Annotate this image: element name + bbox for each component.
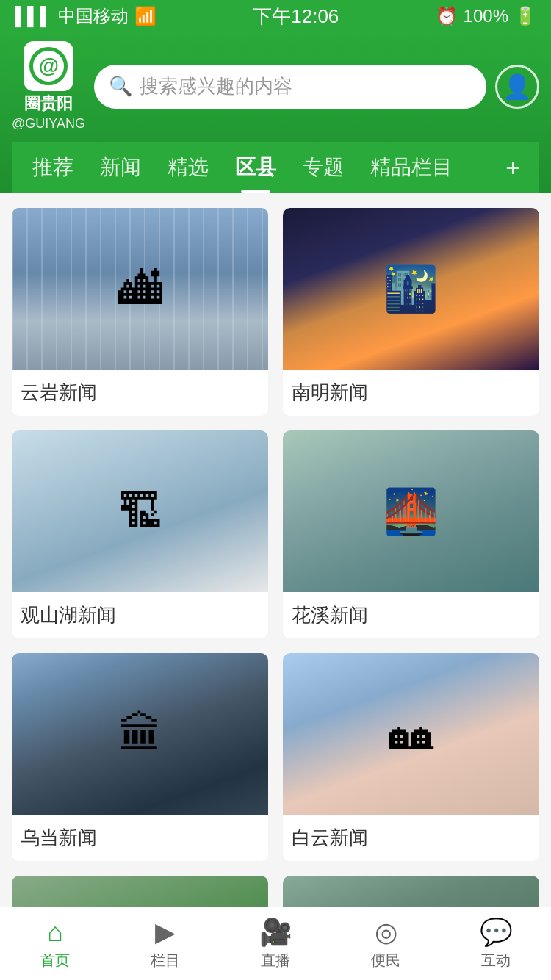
nav-item-column[interactable]: ▶ 栏目 [110,917,220,970]
card-label-baiyun: 白云新闻 [283,815,539,861]
content-area: 云岩新闻 南明新闻 观山湖新闻 花溪新闻 乌当新闻 [0,193,551,980]
nav-label-home: 首页 [40,951,70,970]
card-grid: 云岩新闻 南明新闻 观山湖新闻 花溪新闻 乌当新闻 [12,208,539,980]
battery-icon: 🔋 [514,6,536,26]
card-wudang[interactable]: 乌当新闻 [12,653,268,861]
wifi-icon: 📶 [134,6,156,26]
nav-item-home[interactable]: ⌂ 首页 [0,917,110,970]
card-yunyan[interactable]: 云岩新闻 [12,208,268,416]
card-image-baiyun [283,653,539,815]
nav-item-service[interactable]: ◎ 便民 [331,917,441,970]
battery-percent: 100% [464,6,508,26]
user-icon-symbol: 👤 [503,73,532,101]
nav-label-service: 便民 [371,951,400,970]
card-image-guanshan [12,430,268,592]
card-huaxi[interactable]: 花溪新闻 [283,430,539,638]
card-image-nanming [283,208,539,370]
search-bar[interactable]: 🔍 搜索感兴趣的内容 [94,65,486,109]
logo-at-symbol: @ [38,56,58,76]
card-label-nanming: 南明新闻 [283,370,539,416]
alarm-icon: ⏰ [436,6,458,26]
tab-add-button[interactable]: + [494,145,532,191]
bottom-nav: ⌂ 首页 ▶ 栏目 🎥 直播 ◎ 便民 💬 互动 [0,907,551,980]
card-image-huaxi [283,430,539,592]
card-nanming[interactable]: 南明新闻 [283,208,539,416]
service-icon: ◎ [375,917,397,948]
tab-featured[interactable]: 精选 [154,142,222,193]
tab-news[interactable]: 新闻 [87,142,154,193]
user-avatar-button[interactable]: 👤 [495,65,539,109]
signal-icon: ▌▌▌ [15,6,52,26]
card-guanshan[interactable]: 观山湖新闻 [12,430,268,638]
card-baiyun[interactable]: 白云新闻 [283,653,539,861]
status-bar: ▌▌▌ 中国移动 📶 下午12:06 ⏰ 100% 🔋 [0,0,551,32]
app-subtitle: @GUIYANG [12,116,85,131]
nav-item-interact[interactable]: 💬 互动 [441,917,551,970]
tab-quality[interactable]: 精品栏目 [357,142,466,193]
app-logo: @ [24,41,73,91]
card-label-guanshan: 观山湖新闻 [12,592,268,638]
interact-icon: 💬 [480,917,513,948]
card-image-yunyan [12,208,268,370]
tab-special[interactable]: 专题 [289,142,357,193]
nav-tabs: 推荐 新闻 精选 区县 专题 精品栏目 + [12,142,539,193]
home-icon: ⌂ [47,917,63,948]
search-placeholder-text: 搜索感兴趣的内容 [140,73,292,99]
header: @ 圈贵阳 @GUIYANG 🔍 搜索感兴趣的内容 👤 推荐 新闻 精选 区县 … [0,32,551,193]
card-label-wudang: 乌当新闻 [12,815,268,861]
nav-label-column: 栏目 [151,951,180,970]
status-left: ▌▌▌ 中国移动 📶 [15,4,156,28]
status-time: 下午12:06 [253,4,339,29]
nav-label-live: 直播 [261,951,290,970]
nav-item-live[interactable]: 🎥 直播 [220,917,331,970]
carrier-name: 中国移动 [58,4,129,28]
app-name: 圈贵阳 [24,93,73,115]
nav-label-interact: 互动 [481,951,511,970]
live-icon: 🎥 [259,917,292,948]
column-icon: ▶ [155,917,176,948]
search-icon: 🔍 [109,75,132,98]
tab-recommend[interactable]: 推荐 [19,142,87,193]
logo-area[interactable]: @ 圈贵阳 @GUIYANG [12,41,85,131]
card-image-wudang [12,653,268,815]
card-label-huaxi: 花溪新闻 [283,592,539,638]
status-right: ⏰ 100% 🔋 [436,6,536,26]
card-label-yunyan: 云岩新闻 [12,370,268,416]
tab-district[interactable]: 区县 [222,142,289,193]
